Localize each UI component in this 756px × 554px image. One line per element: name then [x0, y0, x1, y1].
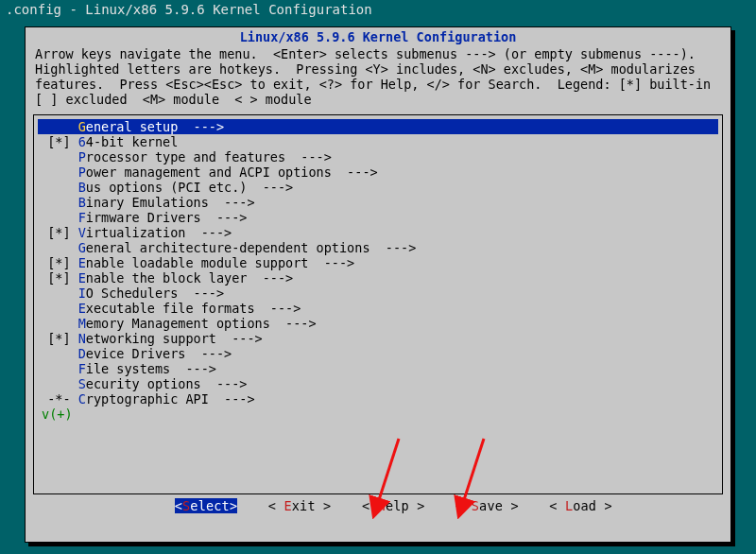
menu-hotkey: B [78, 180, 86, 195]
menu-label-rest: ower management and ACPI options ---> [86, 164, 378, 180]
menu-label-rest: inary Emulations ---> [86, 195, 255, 210]
menu-marker [40, 180, 78, 195]
menu-marker: [*] [40, 225, 78, 240]
menu-item[interactable]: [*] Virtualization ---> [38, 225, 718, 240]
exit-button[interactable]: < Exit > [268, 498, 332, 513]
menu-label-rest: us options (PCI etc.) ---> [86, 180, 293, 195]
menu-hotkey: C [78, 391, 86, 407]
more-indicator: v(+) [38, 407, 73, 422]
menu-hotkey: D [78, 346, 86, 361]
menu-label-rest: nable loadable module support ---> [86, 255, 354, 270]
menu-hotkey: P [78, 164, 86, 180]
menu-marker [40, 286, 78, 301]
load-button[interactable]: < Load > [549, 498, 612, 513]
menu-item[interactable]: File systems ---> [38, 361, 718, 376]
menu-marker [40, 301, 78, 316]
menu-label-rest: irmware Drivers ---> [86, 210, 248, 225]
menu-item[interactable]: IO Schedulers ---> [38, 286, 718, 301]
menu-marker [40, 195, 78, 210]
menu-hotkey: E [78, 270, 86, 286]
menu-hotkey: S [78, 376, 86, 391]
menu-marker [40, 119, 78, 134]
menu-label-rest: ecurity options ---> [86, 376, 248, 391]
menu-item[interactable]: Binary Emulations ---> [38, 195, 718, 210]
menu-item[interactable]: General setup ---> [38, 119, 718, 134]
menu-item[interactable]: Firmware Drivers ---> [38, 210, 718, 225]
menu-item[interactable]: Device Drivers ---> [38, 346, 718, 361]
save-button[interactable]: < Save > [455, 498, 519, 513]
menu-marker [40, 149, 78, 164]
menu-hotkey: E [78, 255, 86, 270]
menu-label-rest: irtualization ---> [86, 225, 232, 240]
menu-hotkey: F [78, 210, 86, 225]
menu-item[interactable]: [*] 64-bit kernel [38, 134, 718, 149]
help-button[interactable]: < Help > [362, 498, 425, 513]
menu-item[interactable]: [*] Enable loadable module support ---> [38, 255, 718, 270]
menu-item[interactable]: Power management and ACPI options ---> [38, 164, 718, 180]
menu-label-rest: ile systems ---> [86, 361, 216, 376]
menu-hotkey: B [78, 195, 86, 210]
menu-hotkey: I [78, 286, 86, 301]
help-text: Arrow keys navigate the menu. <Enter> se… [26, 44, 730, 109]
menu-label-rest: xecutable file formats ---> [86, 301, 301, 316]
menu-label-rest: O Schedulers ---> [86, 286, 224, 301]
menu-marker: [*] [40, 255, 78, 270]
menu-hotkey: 6 [78, 134, 86, 149]
menu-hotkey: N [78, 331, 86, 346]
menu-marker [40, 164, 78, 180]
window-titlebar: .config - Linux/x86 5.9.6 Kernel Configu… [0, 0, 756, 17]
menu-marker [40, 316, 78, 331]
menu-item[interactable]: [*] Networking support ---> [38, 331, 718, 346]
menu-item[interactable]: [*] Enable the block layer ---> [38, 270, 718, 286]
button-row: <Select> < Exit > < Help > < Save > < Lo… [26, 483, 730, 528]
menu-label-rest: rocessor type and features ---> [86, 149, 332, 164]
menu-item[interactable]: Executable file formats ---> [38, 301, 718, 316]
menu-marker [40, 361, 78, 376]
menu-item[interactable]: Security options ---> [38, 376, 718, 391]
menu-hotkey: G [78, 240, 86, 255]
menu-item[interactable]: Memory Management options ---> [38, 316, 718, 331]
menu-marker [40, 376, 78, 391]
menu-label-rest: eneral setup ---> [86, 119, 224, 134]
menu-label-rest: nable the block layer ---> [86, 270, 293, 286]
menu-hotkey: E [78, 301, 86, 316]
box-title: Linux/x86 5.9.6 Kernel Configuration [26, 27, 730, 44]
menu-label-rest: emory Management options ---> [86, 316, 317, 331]
menu-hotkey: P [78, 149, 86, 164]
menu-marker: [*] [40, 270, 78, 286]
menu-item[interactable]: Processor type and features ---> [38, 149, 718, 164]
menu-hotkey: F [78, 361, 86, 376]
menu-marker: [*] [40, 331, 78, 346]
menu-label-rest: 4-bit kernel [86, 134, 179, 149]
menu-label-rest: etworking support ---> [86, 331, 263, 346]
menu-marker [40, 346, 78, 361]
menu-marker: [*] [40, 134, 78, 149]
menu-box: General setup ---> [*] 64-bit kernel Pro… [33, 114, 723, 494]
menu-hotkey: M [78, 316, 86, 331]
menu-label-rest: evice Drivers ---> [86, 346, 232, 361]
menu-marker: -*- [40, 391, 78, 407]
menu-item[interactable]: -*- Cryptographic API ---> [38, 391, 718, 407]
menu-hotkey: G [78, 119, 86, 134]
menu-hotkey: V [78, 225, 86, 240]
menu-item[interactable]: General architecture-dependent options -… [38, 240, 718, 255]
window-title: .config - Linux/x86 5.9.6 Kernel Configu… [6, 2, 372, 17]
select-button[interactable]: <Select> [175, 498, 238, 513]
menu-label-rest: ryptographic API ---> [86, 391, 255, 407]
menu-marker [40, 240, 78, 255]
config-frame: Linux/x86 5.9.6 Kernel Configuration Arr… [25, 26, 731, 543]
menu-label-rest: eneral architecture-dependent options --… [86, 240, 417, 255]
menu-marker [40, 210, 78, 225]
menu-item[interactable]: Bus options (PCI etc.) ---> [38, 180, 718, 195]
